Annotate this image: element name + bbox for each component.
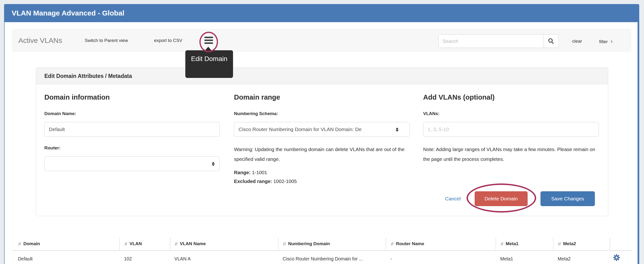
column-divider: [119, 238, 120, 250]
numbering-warning-text: Warning: Updating the numbering domain c…: [234, 144, 410, 164]
col-header-domain[interactable]: ↓↑Domain: [18, 237, 40, 251]
gear-icon: [613, 254, 620, 261]
row-settings-button[interactable]: [613, 254, 620, 261]
switch-parent-view-link[interactable]: Switch to Parent view: [85, 29, 128, 52]
add-vlans-note-text: Note: Adding large ranges of VLANs may t…: [423, 144, 599, 164]
select-stepper-icon: [212, 161, 215, 167]
add-vlans-heading: Add VLANs (optional): [423, 93, 495, 101]
sort-icon: ↓↑: [18, 241, 20, 246]
export-csv-link[interactable]: export to CSV: [154, 29, 182, 52]
sort-icon: ↓↑: [558, 241, 560, 246]
cell-numbering-domain: Cisco Router Numbering Domain for ...: [283, 251, 363, 264]
col-header-meta1[interactable]: ↓↑Meta1: [500, 237, 518, 251]
cell-domain: Default: [18, 251, 33, 264]
numbering-schema-select[interactable]: Cisco Router Numbering Domain for VLAN D…: [234, 122, 410, 137]
col-header-numbering-domain[interactable]: ↓↑Numbering Domain: [283, 237, 330, 251]
search-input[interactable]: [438, 34, 543, 48]
column-divider: [386, 238, 386, 250]
cell-meta2: Meta2: [558, 251, 570, 264]
clear-link[interactable]: clear: [572, 34, 582, 48]
sort-icon: ↓↑: [390, 241, 393, 246]
select-stepper-icon: [396, 127, 398, 132]
delete-domain-button[interactable]: Delete Domain: [475, 191, 528, 206]
column-divider: [553, 238, 554, 250]
column-divider: [496, 238, 496, 250]
cell-meta1: Meta1: [500, 251, 513, 264]
domain-range-heading: Domain range: [234, 93, 280, 101]
domain-range-section: Domain range Numbering Schema: Cisco Rou…: [234, 68, 410, 216]
filter-link[interactable]: filter›: [599, 34, 612, 48]
col-header-vlan[interactable]: ↓↑VLAN: [124, 237, 142, 251]
range-line: Range: 1-1001: [234, 170, 267, 175]
domain-info-section: Domain information Domain Name: Router:: [44, 68, 220, 216]
sort-icon: ↓↑: [124, 241, 127, 246]
vlans-field[interactable]: [423, 122, 599, 137]
vlans-label: VLANs:: [423, 111, 440, 116]
col-header-router-name[interactable]: ↓↑Router Name: [390, 237, 424, 251]
cell-vlan-name: VLAN A: [174, 251, 190, 264]
column-divider: [610, 238, 610, 250]
excluded-range-line: Excluded range: 1002-1005: [234, 179, 297, 184]
sort-icon: ↓↑: [283, 241, 285, 246]
cell-vlan: 102: [124, 251, 132, 264]
cancel-button[interactable]: Cancel: [445, 191, 460, 206]
tooltip-caret: [205, 47, 212, 50]
vlan-manage-page: { "header": { "title": "VLAN Manage Adva…: [0, 0, 644, 264]
sort-icon: ↓↑: [174, 241, 177, 246]
column-divider: [170, 238, 170, 250]
domain-name-label: Domain Name:: [44, 111, 76, 116]
search-icon: [548, 38, 554, 44]
save-changes-button[interactable]: Save Changes: [540, 191, 595, 206]
sort-icon: ↓↑: [500, 241, 503, 246]
chevron-right-icon: ›: [610, 38, 612, 44]
col-header-vlan-name[interactable]: ↓↑VLAN Name: [174, 237, 206, 251]
search-button[interactable]: [543, 34, 558, 48]
menu-icon[interactable]: [204, 37, 213, 44]
router-select[interactable]: [44, 156, 220, 171]
numbering-schema-label: Numbering Schema:: [234, 111, 278, 116]
router-label: Router:: [44, 145, 60, 151]
col-header-meta2[interactable]: ↓↑Meta2: [558, 237, 576, 251]
edit-domain-tooltip: Edit Domain: [185, 50, 233, 78]
column-divider: [278, 238, 278, 250]
cell-router-name: -: [390, 251, 392, 264]
active-vlans-title: Active VLANs: [18, 29, 62, 52]
domain-info-heading: Domain information: [44, 93, 110, 101]
page-title: VLAN Manage Advanced - Global: [12, 4, 124, 22]
domain-name-field[interactable]: [44, 122, 220, 137]
